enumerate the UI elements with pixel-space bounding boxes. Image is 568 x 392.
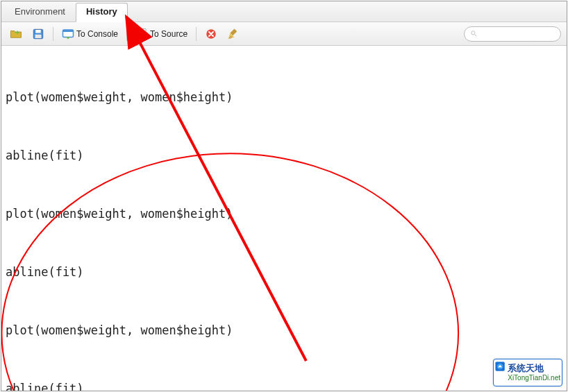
to-console-icon <box>62 28 74 40</box>
svg-rect-1 <box>35 30 41 33</box>
history-line[interactable]: abline(fit) <box>6 262 562 282</box>
svg-rect-2 <box>35 34 42 37</box>
watermark-title: 系统天地 <box>508 363 560 374</box>
history-line[interactable]: abline(fit) <box>6 146 562 165</box>
open-folder-icon <box>10 28 22 40</box>
open-history-button[interactable] <box>7 26 25 42</box>
to-source-icon <box>135 28 148 40</box>
search-input[interactable] <box>481 28 555 40</box>
broom-icon <box>227 28 240 40</box>
history-toolbar: To Console To Source <box>1 22 567 46</box>
watermark-url: XiTongTianDi.net <box>508 374 560 382</box>
history-line[interactable]: plot(women$weight, women$height) <box>6 321 562 340</box>
watermark-logo-icon <box>495 361 505 384</box>
tab-label: History <box>86 6 117 17</box>
svg-line-13 <box>475 35 477 37</box>
tab-history[interactable]: History <box>76 3 128 22</box>
history-line[interactable]: plot(women$weight, women$height) <box>6 204 562 223</box>
history-line[interactable]: abline(fit) <box>6 379 562 391</box>
to-console-label: To Console <box>76 29 118 39</box>
to-source-button[interactable]: To Source <box>133 26 190 42</box>
tab-bar: Environment History <box>1 1 567 22</box>
remove-entry-button[interactable] <box>202 26 220 42</box>
history-search-box[interactable] <box>464 26 561 42</box>
svg-rect-5 <box>139 28 147 38</box>
watermark-badge: 系统天地 XiTongTianDi.net <box>493 359 562 386</box>
toolbar-separator <box>53 27 53 41</box>
history-content[interactable]: plot(women$weight, women$height) abline(… <box>1 46 567 391</box>
search-icon <box>470 30 478 38</box>
svg-rect-4 <box>63 30 74 32</box>
toolbar-separator <box>126 27 127 41</box>
toolbar-separator <box>196 27 197 41</box>
to-source-label: To Source <box>150 29 187 39</box>
tab-environment[interactable]: Environment <box>4 3 76 22</box>
svg-point-12 <box>471 31 475 35</box>
tab-label: Environment <box>15 6 65 17</box>
clear-history-button[interactable] <box>224 26 242 42</box>
save-disk-icon <box>32 28 44 40</box>
delete-x-icon <box>205 28 217 40</box>
save-history-button[interactable] <box>29 26 47 42</box>
to-console-button[interactable]: To Console <box>59 26 121 42</box>
history-line[interactable]: plot(women$weight, women$height) <box>6 87 562 107</box>
